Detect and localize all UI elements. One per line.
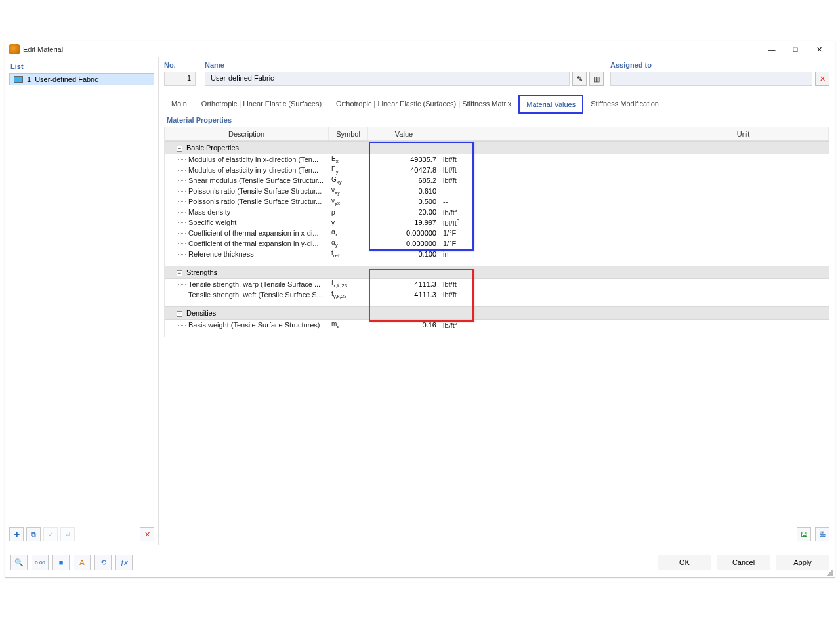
delete-item-button[interactable]: ✕ xyxy=(140,527,154,541)
property-value[interactable]: 19.997 xyxy=(368,219,440,226)
footer-fx-button[interactable]: ƒx xyxy=(116,555,133,570)
fx-icon: ƒx xyxy=(120,558,128,566)
property-description: Tensile strength, warp (Tensile Surface … xyxy=(165,280,329,288)
property-unit: lbf/ft xyxy=(440,177,486,184)
property-value[interactable]: 0.610 xyxy=(368,187,440,195)
magnifier-icon: 🔍 xyxy=(14,558,24,567)
col-description: Description xyxy=(165,127,329,140)
edit-material-dialog: Edit Material — □ ✕ List 1 User-defined … xyxy=(5,41,835,578)
property-unit: lbf/ft xyxy=(440,291,486,299)
list-item[interactable]: 1 User-defined Fabric xyxy=(9,73,154,85)
tab-orthotropic-stiffness-matrix[interactable]: Orthotropic | Linear Elastic (Surfaces) … xyxy=(329,95,518,114)
property-unit: lbf/ft xyxy=(440,156,486,163)
property-value[interactable]: 685.2 xyxy=(368,177,440,184)
tab-stiffness-modification[interactable]: Stiffness Modification xyxy=(583,95,666,114)
app-icon xyxy=(9,44,20,54)
footer-font-button[interactable]: A xyxy=(74,555,91,570)
property-value[interactable]: 0.000000 xyxy=(368,240,440,247)
property-symbol: γ xyxy=(329,219,368,226)
property-row[interactable]: Basis weight (Tensile Surface Structures… xyxy=(165,320,829,330)
list-header: List xyxy=(9,61,154,73)
no-label: No. xyxy=(164,61,198,72)
titlebar: Edit Material — □ ✕ xyxy=(5,41,835,57)
property-description: Modulus of elasticity in y-direction (Te… xyxy=(165,166,329,174)
edit-name-button[interactable]: ✎ xyxy=(572,72,587,86)
property-value[interactable]: 40427.8 xyxy=(368,166,440,174)
property-row[interactable]: Tensile strength, warp (Tensile Surface … xyxy=(165,279,829,289)
window-title: Edit Material xyxy=(23,45,760,53)
property-description: Shear modulus (Tensile Surface Structur.… xyxy=(165,177,329,184)
property-symbol: ms xyxy=(329,320,368,329)
property-row[interactable]: Coefficient of thermal expansion in x-di… xyxy=(165,228,829,238)
property-value[interactable]: 0.16 xyxy=(368,321,440,329)
new-item-button[interactable]: ✚ xyxy=(9,527,24,541)
library-icon: ▥ xyxy=(593,75,600,83)
copy-item-button[interactable]: ⧉ xyxy=(26,527,41,541)
assigned-field[interactable] xyxy=(610,72,812,86)
tab-orthotropic-surfaces[interactable]: Orthotropic | Linear Elastic (Surfaces) xyxy=(194,95,329,114)
group-row[interactable]: −Basic Properties xyxy=(165,141,829,154)
property-description: Specific weight xyxy=(165,219,329,226)
property-row[interactable]: Poisson's ratio (Tensile Surface Structu… xyxy=(165,196,829,207)
refresh-icon: ⟲ xyxy=(100,558,106,567)
resize-grip[interactable] xyxy=(827,569,833,576)
clear-assigned-button[interactable]: ✕ xyxy=(815,72,830,86)
property-unit: in xyxy=(440,250,486,258)
footer-search-button[interactable]: 🔍 xyxy=(10,555,28,570)
property-symbol: Gxy xyxy=(329,176,368,185)
footer-precision-button[interactable]: 0.00 xyxy=(32,555,49,570)
name-label: Name xyxy=(205,61,604,72)
property-unit: lbf/ft xyxy=(440,280,486,288)
library-button[interactable]: ▥ xyxy=(589,72,604,86)
print-settings-button[interactable]: 🖶 xyxy=(815,527,830,541)
property-value[interactable]: 0.000000 xyxy=(368,229,440,237)
footer-color-button[interactable]: ■ xyxy=(52,555,70,570)
group-row[interactable]: −Densities xyxy=(165,306,829,320)
property-row[interactable]: Modulus of elasticity in y-direction (Te… xyxy=(165,165,829,175)
check-button[interactable]: ✓ xyxy=(43,527,58,541)
property-unit: lb/ft2 xyxy=(440,320,486,329)
auto-button[interactable]: ⤾ xyxy=(60,527,75,541)
maximize-button[interactable]: □ xyxy=(784,42,807,56)
property-value[interactable]: 0.500 xyxy=(368,198,440,205)
list-item-num: 1 xyxy=(27,75,31,83)
property-value[interactable]: 4111.3 xyxy=(368,280,440,288)
col-value: Value xyxy=(368,127,440,140)
property-unit: -- xyxy=(440,187,486,195)
property-row[interactable]: Shear modulus (Tensile Surface Structur.… xyxy=(165,175,829,186)
save-settings-button[interactable]: 🖫 xyxy=(797,527,811,541)
no-field[interactable]: 1 xyxy=(164,72,196,86)
property-symbol: αx xyxy=(329,228,368,238)
col-unit: Unit xyxy=(658,127,829,140)
property-description: Tensile strength, weft (Tensile Surface … xyxy=(165,291,329,299)
close-button[interactable]: ✕ xyxy=(807,42,831,56)
property-row[interactable]: Poisson's ratio (Tensile Surface Structu… xyxy=(165,186,829,196)
property-row[interactable]: Tensile strength, weft (Tensile Surface … xyxy=(165,289,829,300)
form-pane: No. 1 Name User-defined Fabric ✎ ▥ Assig… xyxy=(159,57,835,545)
section-title: Material Properties xyxy=(164,114,830,125)
property-description: Coefficient of thermal expansion in y-di… xyxy=(165,240,329,247)
property-description: Poisson's ratio (Tensile Surface Structu… xyxy=(165,187,329,195)
property-symbol: tref xyxy=(329,249,368,259)
property-row[interactable]: Coefficient of thermal expansion in y-di… xyxy=(165,238,829,249)
minimize-button[interactable]: — xyxy=(760,42,784,56)
property-row[interactable]: Modulus of elasticity in x-direction (Te… xyxy=(165,154,829,165)
property-row[interactable]: Reference thicknesstref0.100in xyxy=(165,249,829,259)
property-value[interactable]: 49335.7 xyxy=(368,156,440,163)
property-value[interactable]: 4111.3 xyxy=(368,291,440,299)
col-symbol: Symbol xyxy=(329,127,368,140)
property-row[interactable]: Specific weightγ19.997lbf/ft3 xyxy=(165,217,829,228)
property-unit: lbf/ft xyxy=(440,166,486,174)
ok-button[interactable]: OK xyxy=(658,555,711,570)
name-field[interactable]: User-defined Fabric xyxy=(205,72,570,86)
assigned-label: Assigned to xyxy=(610,61,830,72)
tab-main[interactable]: Main xyxy=(164,95,194,114)
group-row[interactable]: −Strengths xyxy=(165,266,829,279)
property-row[interactable]: Mass densityρ20.00lb/ft3 xyxy=(165,207,829,217)
footer-refresh-button[interactable]: ⟲ xyxy=(94,555,112,570)
apply-button[interactable]: Apply xyxy=(776,555,830,570)
property-value[interactable]: 20.00 xyxy=(368,208,440,216)
property-value[interactable]: 0.100 xyxy=(368,250,440,258)
cancel-button[interactable]: Cancel xyxy=(717,555,770,570)
tab-material-values[interactable]: Material Values xyxy=(518,95,583,114)
